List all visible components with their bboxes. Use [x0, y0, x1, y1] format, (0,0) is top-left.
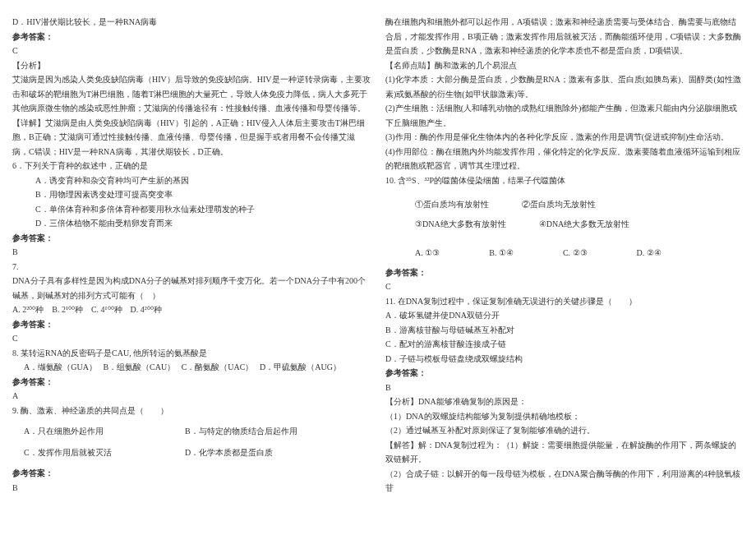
question-8: 8. 某转运RNA的反密码子是CAU, 他所转运的氨基酸是	[12, 346, 371, 361]
q11-answer-label: 参考答案：	[385, 366, 744, 380]
q7-answer-label: 参考答案：	[12, 317, 371, 332]
q10-A: A. ①③	[415, 246, 440, 261]
q11-answer: B	[385, 380, 744, 395]
q8-opt-d: D．甲硫氨酸（AUG）	[260, 362, 341, 371]
analysis-r9: （2）通过碱基互补配对原则保证了复制能够准确的进行。	[385, 423, 744, 438]
analysis-r8: （1）DNA的双螺旋结构能够为复制提供精确地模板；	[385, 409, 744, 424]
analysis-text-2: 【详解】艾滋病是由人类免疫缺陷病毒（HIV）引起的，A正确；HIV侵入人体后主要…	[12, 116, 371, 159]
q10-opt-2: ②蛋白质均无放射性	[522, 197, 596, 212]
q6-opt-d: D．三倍体植物不能由受精卵发育而来	[12, 216, 371, 231]
q9-opt-c: C．发挥作用后就被灭活	[12, 445, 185, 460]
q10-D: D. ②④	[637, 246, 662, 261]
point-2: (2)产生细胞：活细胞(人和哺乳动物的成熟红细胞除外)都能产生酶，但激素只能由内…	[385, 101, 744, 130]
q7-options: A. 2²⁰⁰种 B. 2¹⁰⁰种 C. 4¹⁰⁰种 D. 4²⁰⁰种	[12, 302, 371, 317]
analysis-label: 【分析】	[12, 58, 371, 73]
point-3: (3)作用：酶的作用是催化生物体内的各种化学反应，激素的作用是调节(促进或抑制)…	[385, 130, 744, 145]
q8-answer-label: 参考答案：	[12, 375, 371, 390]
q10-opt-1: ①蛋白质均有放射性	[415, 197, 489, 212]
q8-answer: A	[12, 389, 371, 404]
analysis-r10: 【解答】解：DNA复制过程为：（1）解旋：需要细胞提供能量，在解旋酶的作用下，两…	[385, 438, 744, 467]
point-4: (4)作用部位：酶在细胞内外均能发挥作用，催化特定的化学反应。激素要随着血液循环…	[385, 145, 744, 173]
q7-text: DNA分子具有多样性是因为构成DNA分子的碱基对排列顺序千变万化。若一个DNA分…	[12, 274, 371, 302]
q9-opt-d: D．化学本质都是蛋白质	[185, 445, 273, 460]
question-11: 11. 在DNA复制过程中，保证复制准确无误进行的关键步骤是（ ）	[385, 294, 744, 309]
explanation-1: 酶在细胞内和细胞外都可以起作用，A项错误；激素和神经递质需要与受体结合、酶需要与…	[385, 15, 744, 58]
q9-answer: B	[12, 481, 371, 496]
analysis-text-1: 艾滋病是因为感染人类免疫缺陷病毒（HIV）后导致的免疫缺陷病。HIV是一种逆转录…	[12, 72, 371, 116]
q10-row2: ③DNA绝大多数有放射性 ④DNA绝大多数无放射性	[385, 217, 744, 232]
question-6: 6．下列关于育种的叙述中，正确的是	[12, 159, 371, 173]
q8-opt-c: C．酪氨酸（UAC）	[182, 362, 254, 371]
analysis-r11: （2）合成子链：以解开的每一段母链为模板，在DNA聚合酶等酶的作用下，利用游离的…	[385, 467, 744, 496]
q11-opt-a: A．破坏氢键并使DNA双链分开	[385, 308, 744, 323]
question-7: 7.	[12, 260, 371, 274]
right-column: 酶在细胞内和细胞外都可以起作用，A项错误；激素和神经递质需要与受体结合、酶需要与…	[385, 15, 744, 496]
analysis-r7: 【分析】DNA能够准确复制的原因是：	[385, 394, 744, 409]
q9-answer-label: 参考答案：	[12, 466, 371, 481]
q10-answer-label: 参考答案：	[385, 265, 744, 280]
question-10: 10. 含³⁵S、³²P的噬菌体侵染细菌，结果子代噬菌体	[385, 173, 744, 188]
q9-opt-b: B．与特定的物质结合后起作用	[185, 424, 297, 439]
left-column: D．HIV潜伏期比较长，是一种RNA病毒 参考答案： C 【分析】 艾滋病是因为…	[12, 15, 371, 496]
q9-row2: C．发挥作用后就被灭活 D．化学本质都是蛋白质	[12, 445, 371, 460]
q11-opt-c: C．配对的游离核苷酸连接成子链	[385, 337, 744, 352]
q10-B: B. ①④	[489, 246, 514, 261]
q6-answer-label: 参考答案：	[12, 231, 371, 246]
q6-opt-c: C．单倍体育种和多倍体育种都要用秋水仙素处理萌发的种子	[12, 202, 371, 217]
q8-options-row: A．缬氨酸（GUA） B．组氨酸（CAU） C．酪氨酸（UAC） D．甲硫氨酸（…	[12, 360, 371, 375]
two-column-layout: D．HIV潜伏期比较长，是一种RNA病毒 参考答案： C 【分析】 艾滋病是因为…	[0, 0, 756, 510]
answer-label: 参考答案：	[12, 30, 371, 44]
point-1: (1)化学本质：大部分酶是蛋白质，少数酶是RNA；激素有多肽、蛋白质(如胰岛素)…	[385, 72, 744, 101]
teacher-note: 【名师点睛】酶和激素的几个易混点	[385, 58, 744, 73]
q9-row1: A．只在细胞外起作用 B．与特定的物质结合后起作用	[12, 424, 371, 439]
q10-C: C. ②③	[563, 246, 588, 261]
q6-opt-b: B．用物理因素诱变处理可提高突变率	[12, 187, 371, 202]
answer-value: C	[12, 44, 371, 58]
q10-opt-4: ④DNA绝大多数无放射性	[539, 217, 630, 232]
q8-opt-b: B．组氨酸（CAU）	[103, 362, 175, 371]
q10-answer: C	[385, 279, 744, 294]
q7-answer: C	[12, 331, 371, 346]
q10-row1: ①蛋白质均有放射性 ②蛋白质均无放射性	[385, 197, 744, 212]
q11-opt-d: D．子链与模板母链盘绕成双螺旋结构	[385, 352, 744, 367]
q10-letters: A. ①③ B. ①④ C. ②③ D. ②④	[385, 246, 744, 261]
q11-opt-b: B．游离核苷酸与母链碱基互补配对	[385, 323, 744, 338]
question-9: 9. 酶、激素、神经递质的共同点是（ ）	[12, 404, 371, 418]
option-d: D．HIV潜伏期比较长，是一种RNA病毒	[12, 15, 371, 30]
q6-answer: B	[12, 245, 371, 260]
q9-opt-a: A．只在细胞外起作用	[12, 424, 185, 439]
q6-opt-a: A．诱变育种和杂交育种均可产生新的基因	[12, 173, 371, 188]
q8-opt-a: A．缬氨酸（GUA）	[12, 362, 97, 371]
q10-opt-3: ③DNA绝大多数有放射性	[415, 217, 506, 232]
